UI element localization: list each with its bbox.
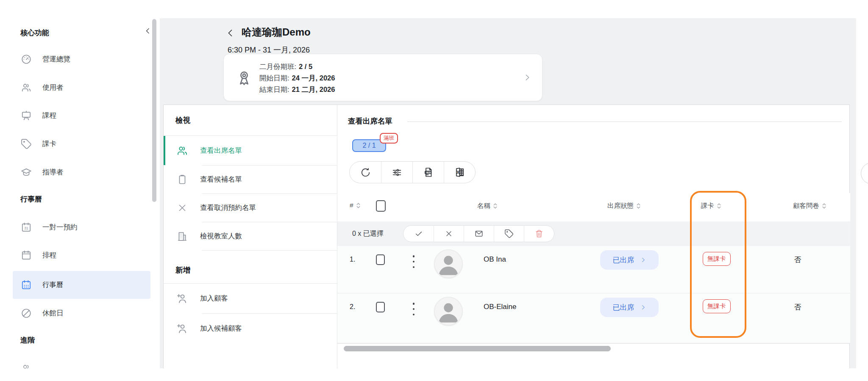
chevron-left-icon	[225, 28, 236, 38]
session-value: 2 / 5	[299, 63, 312, 71]
bulk-cancel-button[interactable]	[434, 226, 464, 242]
menu-item-attendance-list[interactable]: 查看出席名單	[164, 136, 337, 165]
column-header-index[interactable]: #	[350, 202, 360, 209]
gauge-icon	[20, 53, 32, 65]
horizontal-scrollbar-thumb[interactable]	[344, 346, 611, 351]
sidebar: 核心功能 營運總覽 使用者 課程 課卡 指導者 行事曆 31 一對一預約	[13, 0, 150, 381]
row-menu-kebab-icon[interactable]	[410, 303, 417, 315]
column-header-survey[interactable]: 顧客問卷	[793, 202, 826, 210]
no-pass-badge: 無課卡	[703, 252, 731, 266]
menu-item-label: 查看取消預約名單	[200, 203, 256, 213]
users-icon	[20, 82, 32, 94]
session-line: 二月份期班:2 / 5	[259, 61, 335, 72]
search-box	[861, 163, 868, 184]
chevron-right-icon[interactable]	[523, 73, 532, 82]
table-row: 1. OB Ina 已出席 無課卡 否	[337, 246, 850, 293]
sidebar-item-passes[interactable]: 課卡	[20, 134, 147, 154]
sidebar-item-users[interactable]: 使用者	[20, 78, 147, 97]
sidebar-item-label: 營運總覽	[42, 55, 70, 64]
attendance-status-badge[interactable]: 已出席	[600, 250, 659, 270]
sidebar-item-label: 課卡	[42, 139, 56, 149]
sidebar-item-closed-days[interactable]: 休館日	[20, 304, 147, 323]
table-toolbar: CSV X	[349, 161, 476, 183]
user-plus-icon	[176, 293, 188, 304]
sort-icon	[717, 203, 721, 209]
clipboard-icon	[176, 174, 188, 185]
status-label: 已出席	[613, 303, 634, 312]
row-checkbox[interactable]	[376, 302, 385, 312]
building-icon	[176, 230, 188, 242]
svg-text:CSV: CSV	[426, 171, 430, 174]
attendance-status-badge[interactable]: 已出席	[600, 298, 659, 317]
attendance-table-region: 查看出席名單 滿班 2 / 1 CSV X #	[337, 105, 850, 369]
sidebar-item-truncated[interactable]	[20, 359, 147, 378]
sort-icon	[637, 203, 640, 209]
filter-button[interactable]	[381, 162, 412, 183]
bulk-delete-button[interactable]	[524, 226, 554, 242]
back-button[interactable]	[225, 28, 236, 39]
sidebar-collapse-button[interactable]	[144, 27, 152, 35]
x-icon	[445, 229, 453, 238]
menu-item-label: 查看出席名單	[200, 146, 242, 155]
survey-value: 否	[794, 303, 801, 312]
sidebar-item-calendar[interactable]: 行事曆	[13, 271, 150, 299]
sidebar-item-label: 指導者	[42, 168, 64, 177]
export-csv-button[interactable]: CSV	[412, 162, 444, 183]
bulk-email-button[interactable]	[464, 226, 494, 242]
sidebar-item-courses[interactable]: 課程	[20, 106, 147, 125]
bulk-confirm-button[interactable]	[403, 226, 434, 242]
column-label: 顧客問卷	[793, 202, 819, 210]
table-row: 2. OB-Elaine 已出席 無課卡 否	[337, 293, 850, 343]
ban-icon	[20, 307, 32, 319]
row-checkbox[interactable]	[376, 254, 385, 265]
app-screen: 核心功能 營運總覽 使用者 課程 課卡 指導者 行事曆 31 一對一預約	[0, 0, 868, 381]
customer-name: OB Ina	[484, 255, 506, 264]
calendar-icon	[20, 249, 32, 261]
x-icon	[176, 202, 188, 214]
menu-item-cancelled[interactable]: 查看取消預約名單	[164, 194, 337, 222]
sidebar-item-label: 行事曆	[42, 280, 64, 290]
menu-item-add-customer[interactable]: 加入顧客	[164, 284, 337, 313]
column-header-name[interactable]: 名稱	[477, 202, 497, 210]
sidebar-item-label: 一對一預約	[42, 223, 78, 232]
session-label: 結束日期:	[259, 85, 289, 94]
menu-item-label: 加入候補顧客	[200, 324, 242, 333]
sidebar-item-schedule[interactable]: 排程	[20, 246, 147, 265]
selection-count-label: 0 x 已選擇	[352, 229, 384, 238]
session-value: 21 二月, 2026	[292, 85, 335, 94]
medal-icon	[236, 69, 253, 86]
session-value: 24 一月, 2026	[292, 74, 335, 83]
user-plus-icon	[176, 323, 188, 334]
sidebar-item-one-on-one[interactable]: 31 一對一預約	[20, 218, 147, 237]
menu-item-room-capacity[interactable]: 檢視教室人數	[164, 222, 337, 250]
calendar-grid-icon	[20, 279, 32, 291]
sidebar-item-overview[interactable]: 營運總覽	[20, 50, 147, 69]
sidebar-item-instructors[interactable]: 指導者	[20, 163, 147, 182]
bulk-tag-button[interactable]	[494, 226, 524, 242]
refresh-icon	[360, 167, 371, 178]
export-excel-button[interactable]: X	[444, 162, 475, 183]
tag-icon	[504, 229, 514, 238]
svg-text:X: X	[456, 170, 460, 175]
row-menu-kebab-icon[interactable]	[410, 255, 417, 268]
column-header-status[interactable]: 出席狀態	[607, 202, 640, 210]
row-index: 2.	[350, 303, 355, 311]
chevron-right-icon	[640, 304, 646, 310]
sort-icon	[822, 203, 826, 209]
easel-icon	[20, 110, 32, 121]
column-header-card[interactable]: 課卡	[701, 202, 721, 210]
vertical-scrollbar-thumb[interactable]	[152, 19, 156, 202]
menu-item-add-waitlist-customer[interactable]: 加入候補顧客	[164, 314, 337, 343]
select-all-checkbox[interactable]	[376, 200, 386, 212]
refresh-button[interactable]	[350, 162, 381, 183]
page-title: 哈達瑜珈Demo	[242, 25, 311, 39]
filter-sliders-icon	[392, 167, 402, 178]
menu-item-waitlist[interactable]: 查看候補名單	[164, 166, 337, 193]
session-label: 二月份期班:	[259, 62, 296, 72]
people-icon	[20, 363, 32, 375]
content-panel: 檢視 查看出席名單 查看候補名單 查看取消預約名單 檢視教室人數	[163, 105, 850, 368]
session-info-card[interactable]: 二月份期班:2 / 5 開始日期:24 一月, 2026 結束日期:21 二月,…	[223, 54, 542, 101]
divider	[407, 121, 842, 122]
divider	[202, 250, 337, 251]
avatar	[434, 297, 463, 326]
